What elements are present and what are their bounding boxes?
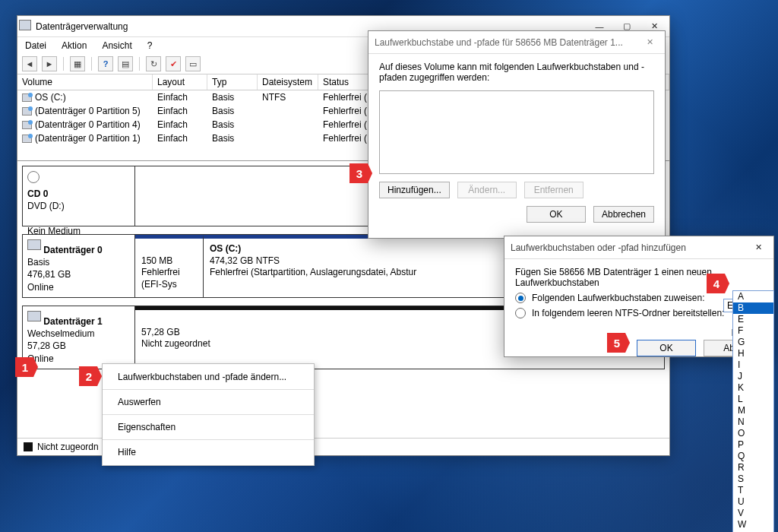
refresh-icon[interactable]: ↻ (146, 56, 161, 71)
app-icon (19, 20, 31, 30)
letter-option[interactable]: J (733, 371, 773, 382)
volume-icon (22, 135, 32, 143)
ctx-properties[interactable]: Eigenschaften (103, 417, 314, 437)
letter-option[interactable]: W (733, 519, 773, 530)
dialog-title: Laufwerkbuchstabe und -pfade für 58656 M… (375, 37, 636, 48)
menu-view[interactable]: Ansicht (99, 39, 134, 52)
menu-help[interactable]: ? (144, 39, 156, 52)
letter-option[interactable]: S (733, 473, 773, 485)
cancel-button[interactable]: Abbrechen (593, 206, 654, 223)
menu-action[interactable]: Aktion (59, 39, 90, 52)
letter-option[interactable]: R (733, 462, 773, 473)
check-icon[interactable]: ✔ (166, 56, 181, 71)
ctx-help[interactable]: Hilfe (103, 442, 314, 462)
change-button: Ändern... (457, 182, 517, 198)
letter-option[interactable]: H (733, 348, 773, 359)
cd-name: CD 0 (27, 188, 48, 199)
letter-option[interactable]: A (733, 291, 773, 302)
partition[interactable]: OS (C:) 474,32 GB NTFS Fehlerfrei (Start… (204, 235, 535, 297)
letter-dropdown-list[interactable]: ABEFGHIJKLMNOPQRSTUVWXYZ (732, 290, 774, 532)
partition[interactable]: 150 MBFehlerfrei (EFI-Sys (135, 235, 204, 297)
callout-2: 2 (79, 366, 102, 386)
letter-option[interactable]: N (733, 416, 773, 428)
col-volume[interactable]: Volume (17, 74, 153, 90)
back-icon[interactable]: ◄ (22, 56, 37, 71)
letter-option[interactable]: V (733, 508, 773, 519)
grid-icon[interactable]: ▦ (70, 56, 85, 71)
disk-icon (27, 239, 41, 250)
callout-4: 4 (707, 274, 729, 293)
callout-1: 1 (15, 357, 38, 377)
menu-file[interactable]: Datei (22, 39, 49, 52)
letter-option[interactable]: U (733, 496, 773, 508)
dialog-message: Auf dieses Volume kann mit folgenden Lau… (379, 62, 654, 83)
radio-icon (515, 308, 526, 318)
callout-5: 5 (607, 333, 630, 353)
letter-option[interactable]: B (733, 302, 773, 314)
col-fs[interactable]: Dateisystem (258, 74, 318, 90)
letter-option[interactable]: F (733, 325, 773, 337)
remove-button: Entfernen (524, 182, 584, 198)
volume-icon (22, 121, 32, 129)
close-icon[interactable]: ✕ (636, 33, 663, 52)
disk-icon (27, 311, 41, 321)
add-button[interactable]: Hinzufügen... (379, 182, 450, 198)
letter-option[interactable]: L (733, 394, 773, 405)
letter-option[interactable]: E (733, 314, 773, 325)
letter-option[interactable]: Q (733, 451, 773, 462)
letter-option[interactable]: I (733, 359, 773, 371)
forward-icon[interactable]: ► (42, 56, 57, 71)
calendar-icon[interactable]: ▤ (118, 56, 133, 71)
col-type[interactable]: Typ (207, 74, 258, 90)
letter-option[interactable]: O (733, 428, 773, 439)
drive-letter-dialog: Laufwerkbuchstabe und -pfade für 58656 M… (368, 30, 666, 239)
radio-icon (515, 293, 526, 303)
letter-option[interactable]: P (733, 439, 773, 451)
volume-icon (22, 107, 32, 116)
list-icon[interactable]: ▭ (185, 56, 201, 71)
letter-option[interactable]: M (733, 405, 773, 416)
help-icon[interactable]: ? (98, 56, 113, 71)
ctx-change-letter[interactable]: Laufwerkbuchstaben und -pfade ändern... (103, 367, 314, 387)
path-listbox[interactable] (379, 90, 654, 174)
ok-button[interactable]: OK (637, 340, 696, 356)
volume-icon (22, 93, 32, 102)
callout-3: 3 (349, 163, 372, 183)
ctx-eject[interactable]: Auswerfen (103, 392, 314, 412)
context-menu: Laufwerkbuchstaben und -pfade ändern... … (102, 363, 315, 466)
legend-swatch-unallocated (24, 442, 33, 451)
close-icon[interactable]: ✕ (745, 239, 772, 257)
col-layout[interactable]: Layout (153, 74, 207, 90)
ok-button[interactable]: OK (527, 206, 586, 223)
letter-option[interactable]: T (733, 485, 773, 496)
letter-option[interactable]: G (733, 337, 773, 348)
letter-option[interactable]: K (733, 382, 773, 394)
dialog-title: Laufwerkbuchstaben oder -pfad hinzufügen (511, 242, 745, 253)
